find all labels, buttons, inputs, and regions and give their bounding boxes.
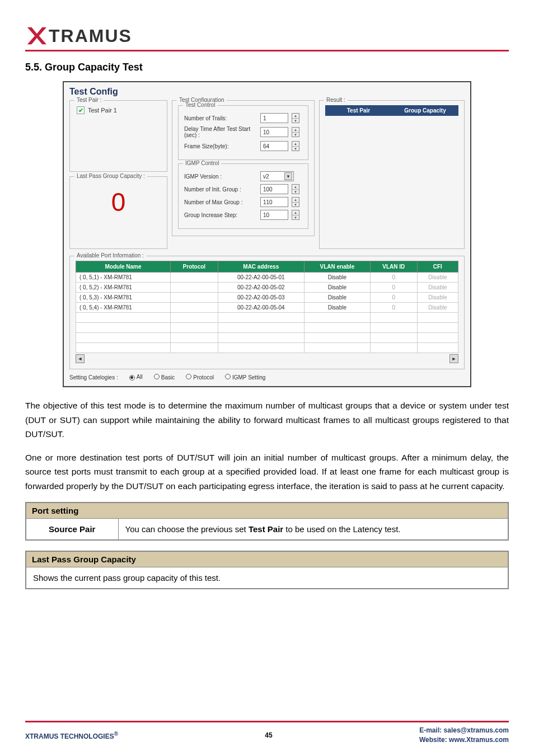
test-pair-label: Test Pair 1 xyxy=(88,107,117,114)
col-vlan-enable: VLAN enable xyxy=(304,261,370,273)
last-pass-table: Last Pass Group Capacity Shows the curre… xyxy=(25,551,509,589)
table-row xyxy=(76,313,458,323)
port-setting-header: Port setting xyxy=(26,503,508,519)
result-col-capacity: Group Capacity xyxy=(392,105,458,116)
source-pair-desc: You can choose the previous set Test Pai… xyxy=(118,519,508,541)
radio-igmp[interactable]: IGMP Setting xyxy=(225,374,265,381)
init-group-input[interactable]: 100 xyxy=(260,184,288,194)
spinner-icon[interactable]: ▲▼ xyxy=(292,113,299,123)
table-row[interactable]: ( 0, 5,2) - XM-RM78100-22-A2-00-05-02Dis… xyxy=(76,283,458,293)
igmp-ver-label: IGMP Version : xyxy=(184,173,257,180)
footer-divider xyxy=(25,721,509,722)
scroll-left-icon[interactable]: ◄ xyxy=(76,354,85,363)
test-control-legend: Test Control xyxy=(183,102,217,108)
igmp-ver-value: v2 xyxy=(263,173,269,180)
paragraph-2: One or more destination test ports of DU… xyxy=(25,450,509,494)
result-header: Test Pair Group Capacity xyxy=(325,105,458,116)
spinner-icon[interactable]: ▲▼ xyxy=(292,210,299,220)
header-divider xyxy=(25,50,509,51)
col-vlan-id: VLAN ID xyxy=(370,261,417,273)
categories-label: Setting Catelogies : xyxy=(69,374,118,381)
step-input[interactable]: 10 xyxy=(260,210,288,220)
igmp-control-legend: IGMP Control xyxy=(183,160,221,166)
table-row xyxy=(76,333,458,343)
check-icon: ✔ xyxy=(77,106,85,114)
chevron-down-icon: ▼ xyxy=(284,172,292,180)
source-pair-label: Source Pair xyxy=(26,519,118,541)
result-legend: Result : xyxy=(324,97,348,103)
scroll-right-icon[interactable]: ► xyxy=(449,354,458,363)
col-module: Module Name xyxy=(76,261,171,273)
table-row[interactable]: ( 0, 5,3) - XM-RM78100-22-A2-00-05-03Dis… xyxy=(76,293,458,303)
paragraph-1: The objective of this test mode is to de… xyxy=(25,398,509,442)
avail-port-legend: Available Port Information : xyxy=(74,252,146,259)
logo-x-icon xyxy=(25,25,46,46)
last-pass-desc: Shows the current pass group capacity of… xyxy=(26,567,508,589)
section-title: 5.5. Group Capacity Test xyxy=(25,62,509,73)
trails-label: Number of Trails: xyxy=(184,115,257,121)
last-pass-legend: Last Pass Group Capacity : xyxy=(74,173,147,179)
col-mac: MAC address xyxy=(218,261,304,273)
spinner-icon[interactable]: ▲▼ xyxy=(292,127,299,137)
col-cfi: CFI xyxy=(417,261,458,273)
spinner-icon[interactable]: ▲▼ xyxy=(292,184,299,194)
result-col-pair: Test Pair xyxy=(325,105,392,116)
last-pass-header: Last Pass Group Capacity xyxy=(26,551,508,567)
port-setting-table: Port setting Source Pair You can choose … xyxy=(25,502,509,541)
delay-input[interactable]: 10 xyxy=(260,127,288,137)
col-protocol: Protocol xyxy=(171,261,218,273)
spinner-icon[interactable]: ▲▼ xyxy=(292,141,299,151)
frame-label: Frame Size(byte): xyxy=(184,143,257,149)
max-group-input[interactable]: 110 xyxy=(260,197,288,207)
port-table: Module Name Protocol MAC address VLAN en… xyxy=(76,261,458,353)
test-pair-item[interactable]: ✔ Test Pair 1 xyxy=(76,105,161,115)
logo: TRAMUS xyxy=(25,25,509,46)
table-row xyxy=(76,343,458,353)
init-group-label: Number of Init. Group : xyxy=(184,186,257,192)
capacity-value: 0 xyxy=(76,187,161,217)
logo-text: TRAMUS xyxy=(49,26,132,46)
page-number: 45 xyxy=(265,731,272,739)
radio-protocol[interactable]: Protocol xyxy=(186,374,214,381)
table-row xyxy=(76,323,458,333)
radio-basic[interactable]: Basic xyxy=(154,374,175,381)
footer-company: XTRAMUS TECHNOLOGIES® xyxy=(25,731,118,740)
table-row[interactable]: ( 0, 5,4) - XM-RM78100-22-A2-00-05-04Dis… xyxy=(76,303,458,313)
radio-all[interactable]: All xyxy=(129,374,143,381)
test-pair-legend: Test Pair : xyxy=(74,97,104,103)
trails-input[interactable]: 1 xyxy=(260,113,288,123)
step-label: Group Increase Step: xyxy=(184,212,257,218)
table-row[interactable]: ( 0, 5,1) - XM-RM78100-22-A2-00-05-01Dis… xyxy=(76,273,458,283)
igmp-ver-select[interactable]: v2▼ xyxy=(260,171,294,181)
footer-contact: E-mail: sales@xtramus.com Website: www.X… xyxy=(419,726,509,745)
page-footer: XTRAMUS TECHNOLOGIES® 45 E-mail: sales@x… xyxy=(0,721,534,745)
test-config-screenshot: Test Config Test Pair : ✔ Test Pair 1 La… xyxy=(63,81,471,387)
dialog-title: Test Config xyxy=(69,87,465,97)
spinner-icon[interactable]: ▲▼ xyxy=(292,197,299,207)
max-group-label: Number of Max Group : xyxy=(184,199,257,205)
frame-input[interactable]: 64 xyxy=(260,141,288,151)
delay-label: Delay Time After Test Start (sec) : xyxy=(184,126,257,138)
scrollbar[interactable]: ◄ ► xyxy=(76,354,458,363)
